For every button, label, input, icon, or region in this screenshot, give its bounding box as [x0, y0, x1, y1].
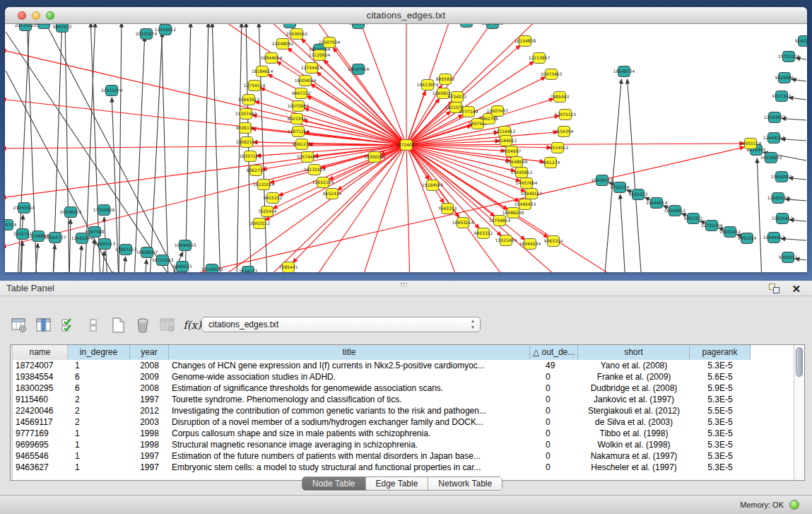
cell-name[interactable]: 9465546: [13, 450, 68, 462]
cell-title[interactable]: Investigating the contribution of common…: [169, 405, 530, 416]
cell-out-de-[interactable]: 0: [530, 416, 578, 428]
cell-out-de-[interactable]: 0: [530, 371, 578, 382]
cell-title[interactable]: Changes of HCN gene expression and I(f) …: [169, 360, 530, 371]
splitpane-gripper[interactable]: [400, 282, 407, 286]
cell-name[interactable]: 18724007: [13, 360, 68, 371]
column-header-in-degree[interactable]: in_degree: [68, 345, 130, 360]
cell-year[interactable]: 1997: [130, 462, 169, 473]
column-header-name[interactable]: name: [13, 345, 68, 360]
cell-name[interactable]: 9115460: [13, 394, 68, 405]
cell-name[interactable]: 18300295: [13, 382, 68, 394]
cell-out-de-[interactable]: 49: [530, 360, 578, 371]
create-column-icon[interactable]: [109, 316, 127, 334]
cell-year[interactable]: 1997: [130, 394, 169, 405]
cell-pagerank[interactable]: 5.3E-5: [690, 450, 751, 462]
cell-short[interactable]: Jankovic et al. (1997): [578, 394, 690, 405]
network-canvas[interactable]: 2053103316139044945703320331974124165127…: [5, 24, 807, 272]
delete-column-icon[interactable]: [134, 316, 152, 334]
cell-in-degree[interactable]: 2: [68, 416, 130, 428]
cell-year[interactable]: 1997: [130, 450, 169, 462]
scrollbar-thumb[interactable]: [796, 347, 803, 377]
cell-short[interactable]: Tibbo et al. (1998): [578, 428, 690, 439]
select-all-columns-icon[interactable]: [59, 316, 78, 334]
cell-in-degree[interactable]: 1: [68, 360, 130, 371]
cell-in-degree[interactable]: 6: [68, 382, 130, 394]
cell-pagerank[interactable]: 5.3E-5: [690, 360, 751, 371]
tab-node-table[interactable]: Node Table: [302, 477, 366, 490]
cell-pagerank[interactable]: 5.3E-5: [690, 394, 751, 405]
table-row[interactable]: 946554611997Estimation of the future num…: [13, 450, 794, 462]
cell-title[interactable]: Genome-wide association studies in ADHD.: [169, 371, 530, 382]
cell-title[interactable]: Estimation of significance thresholds fo…: [169, 382, 530, 394]
table-row[interactable]: 1830029562008Estimation of significance …: [13, 382, 794, 394]
column-header-short[interactable]: short: [578, 345, 690, 360]
cell-in-degree[interactable]: 2: [68, 394, 130, 405]
cell-in-degree[interactable]: 1: [68, 462, 130, 473]
cell-pagerank[interactable]: 5.5E-5: [690, 405, 751, 416]
close-panel-icon[interactable]: ✕: [792, 281, 801, 297]
table-selector-dropdown[interactable]: citations_edges.txt ▲▼: [201, 317, 481, 332]
cell-short[interactable]: Yano et al. (2008): [578, 360, 690, 371]
cell-year[interactable]: 2009: [130, 371, 169, 382]
column-header-out-de-[interactable]: △ out_de...: [530, 345, 578, 360]
cell-pagerank[interactable]: 5.3E-5: [690, 416, 751, 428]
cell-pagerank[interactable]: 5.6E-5: [690, 371, 751, 382]
cell-short[interactable]: Stergiakouli et al. (2012): [578, 405, 690, 416]
table-row[interactable]: 946362711997Embryonic stem cells: a mode…: [13, 462, 794, 473]
delete-table-icon[interactable]: [158, 316, 177, 334]
graph-node[interactable]: [461, 24, 473, 28]
cell-title[interactable]: Estimation of the future numbers of pati…: [169, 450, 530, 462]
cell-out-de-[interactable]: 0: [530, 382, 578, 394]
cell-name[interactable]: 9777169: [13, 428, 68, 439]
cell-short[interactable]: Dudbridge et al. (2008): [578, 382, 690, 394]
function-builder-icon[interactable]: f(x): [183, 316, 201, 334]
cell-year[interactable]: 1998: [130, 428, 169, 439]
cell-short[interactable]: Wolkin et al. (1998): [578, 439, 690, 450]
cell-title[interactable]: Disruption of a novel member of a sodium…: [169, 416, 530, 428]
cell-title[interactable]: Structural magnetic resonance image aver…: [169, 439, 530, 450]
cell-year[interactable]: 2008: [130, 360, 169, 371]
table-row[interactable]: 911546021997Tourette syndrome. Phenomeno…: [13, 394, 794, 405]
cell-title[interactable]: Tourette syndrome. Phenomenology and cla…: [169, 394, 530, 405]
float-panel-icon[interactable]: [769, 284, 779, 293]
cell-in-degree[interactable]: 1: [68, 450, 130, 462]
cell-short[interactable]: Franke et al. (2009): [578, 371, 690, 382]
cell-in-degree[interactable]: 6: [68, 371, 130, 382]
cell-pagerank[interactable]: 5.3E-5: [690, 462, 751, 473]
tab-network-table[interactable]: Network Table: [428, 477, 502, 490]
table-row[interactable]: 969969511998Structural magnetic resonanc…: [13, 439, 794, 450]
cell-short[interactable]: de Silva et al. (2003): [578, 416, 690, 428]
clear-selection-icon[interactable]: [84, 316, 102, 334]
cell-out-de-[interactable]: 0: [530, 428, 578, 439]
table-mode-icon[interactable]: [10, 316, 28, 334]
cell-out-de-[interactable]: 0: [530, 462, 578, 473]
table-panel-titlebar[interactable]: Table Panel ✕: [0, 281, 812, 296]
table-row[interactable]: 1872400712008Changes of HCN gene express…: [13, 360, 794, 371]
show-columns-icon[interactable]: [35, 316, 53, 334]
cell-year[interactable]: 2012: [130, 405, 169, 416]
cell-title[interactable]: Corpus callosum shape and size in male p…: [169, 428, 530, 439]
cell-year[interactable]: 1998: [130, 439, 169, 450]
table-row[interactable]: 977716911998Corpus callosum shape and si…: [13, 428, 794, 439]
table-row[interactable]: 1938455462009Genome-wide association stu…: [13, 371, 794, 382]
cell-year[interactable]: 2008: [130, 382, 169, 394]
cell-name[interactable]: 9463627: [13, 462, 68, 473]
cell-name[interactable]: 19384554: [13, 371, 68, 382]
cell-pagerank[interactable]: 5.3E-5: [690, 439, 751, 450]
cell-name[interactable]: 9699695: [13, 439, 68, 450]
column-header-pagerank[interactable]: pagerank: [690, 345, 751, 360]
cell-in-degree[interactable]: 1: [68, 439, 130, 450]
table-row[interactable]: 2242004622012Investigating the contribut…: [13, 405, 794, 416]
vertical-scrollbar[interactable]: [794, 345, 804, 480]
cell-pagerank[interactable]: 5.3E-5: [690, 428, 751, 439]
window-titlebar[interactable]: citations_edges.txt: [5, 7, 807, 24]
cell-pagerank[interactable]: 5.9E-5: [690, 382, 751, 394]
cell-out-de-[interactable]: 0: [530, 450, 578, 462]
column-header-title[interactable]: title: [169, 345, 530, 360]
cell-out-de-[interactable]: 0: [530, 439, 578, 450]
cell-in-degree[interactable]: 1: [68, 428, 130, 439]
table-row[interactable]: 1456911722003Disruption of a novel membe…: [13, 416, 794, 428]
cell-in-degree[interactable]: 2: [68, 405, 130, 416]
cell-year[interactable]: 2003: [130, 416, 169, 428]
cell-short[interactable]: Hescheler et al. (1997): [578, 462, 690, 473]
